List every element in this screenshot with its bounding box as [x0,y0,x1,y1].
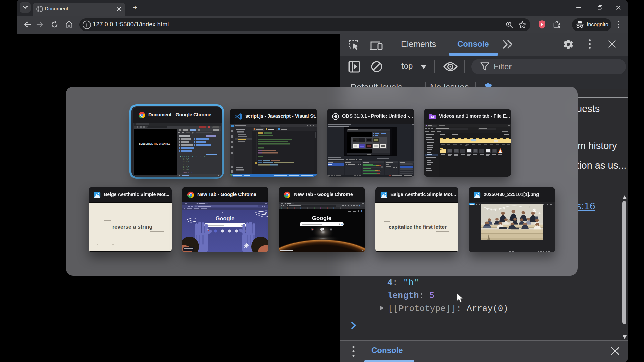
svg-text:Google: Google [312,215,332,221]
svg-text:reverse a string: reverse a string [112,224,152,230]
svg-text:capitalize the first letter: capitalize the first letter [389,224,447,230]
svg-text:Google: Google [216,215,235,221]
svg-text:4: "h": 4: "h" [183,169,189,171]
svg-text:0: "o": 0: "o" [183,158,189,160]
svg-text:3: "e": 3: "e" [183,166,189,168]
svg-text:SUBSCRIBE THE CHANNEL: SUBSCRIBE THE CHANNEL [139,143,170,145]
svg-text:▼ (5) ['h','e','l','l','o']: ▼ (5) ['h','e','l','l','o'] [180,156,207,158]
svg-text:2: "l": 2: "l" [183,164,189,166]
svg-text:1: "l": 1: "l" [183,161,189,163]
svg-text:length: 5: length: 5 [183,172,192,174]
